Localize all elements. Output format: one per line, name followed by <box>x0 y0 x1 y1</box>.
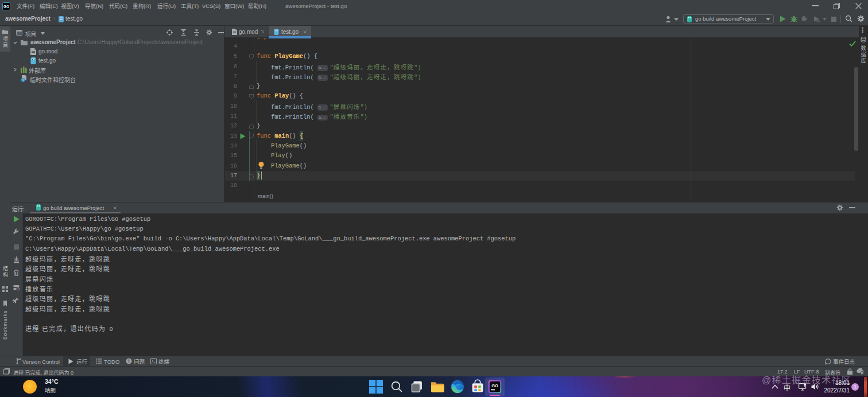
svg-text:GO: GO <box>3 5 9 9</box>
svg-text:GO: GO <box>491 383 498 388</box>
